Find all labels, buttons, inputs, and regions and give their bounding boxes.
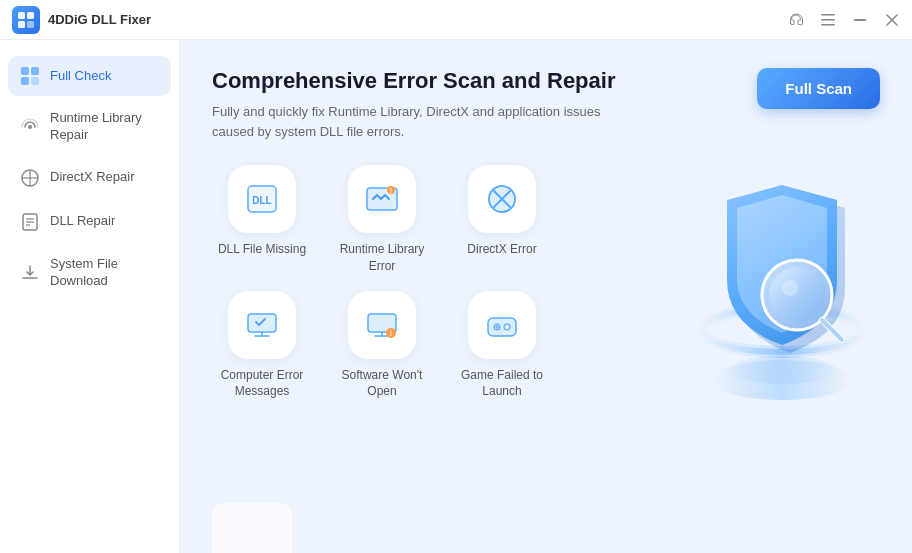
sidebar-item-directx-repair[interactable]: DirectX Repair [8,158,171,198]
sidebar-full-check-label: Full Check [50,68,111,85]
icon-item-game-failed[interactable]: Game Failed to Launch [452,291,552,401]
icon-item-runtime-library[interactable]: ! Runtime Library Error [332,165,432,275]
sidebar-item-full-check[interactable]: Full Check [8,56,171,96]
sidebar-directx-label: DirectX Repair [50,169,135,186]
svg-rect-1 [27,12,34,19]
computer-error-label: Computer Error Messages [212,367,312,401]
svg-rect-11 [31,67,39,75]
svg-rect-6 [821,24,835,26]
full-check-icon [20,66,40,86]
runtime-library-circle: ! [348,165,416,233]
app-logo [12,6,40,34]
svg-rect-0 [18,12,25,19]
svg-point-14 [28,125,32,129]
svg-rect-7 [854,19,866,21]
main-layout: Full Check Runtime Library Repair Di [0,40,912,553]
directx-label: DirectX Error [467,241,536,258]
svg-rect-5 [821,19,835,21]
minimize-icon[interactable] [852,12,868,28]
shield-illustration [672,120,892,440]
runtime-library-label: Runtime Library Error [332,241,432,275]
headphones-icon[interactable] [788,12,804,28]
game-failed-label: Game Failed to Launch [452,367,552,401]
svg-rect-4 [821,14,835,16]
svg-text:!: ! [390,187,392,194]
menu-icon[interactable] [820,12,836,28]
dll-repair-icon [20,212,40,232]
svg-rect-40 [488,318,516,336]
dll-missing-label: DLL File Missing [218,241,306,258]
directx-circle [468,165,536,233]
sidebar-dll-repair-label: DLL Repair [50,213,115,230]
page-title: Comprehensive Error Scan and Repair [212,68,632,94]
icon-item-directx[interactable]: DirectX Error [452,165,552,275]
sidebar-item-runtime-library-repair[interactable]: Runtime Library Repair [8,100,171,154]
svg-rect-3 [27,21,34,28]
sidebar-item-system-file-download[interactable]: System File Download [8,246,171,300]
svg-text:DLL: DLL [252,195,271,206]
full-scan-button[interactable]: Full Scan [757,68,880,109]
titlebar-controls [788,12,900,28]
svg-point-50 [769,267,825,323]
dll-missing-circle: DLL [228,165,296,233]
titlebar-left: 4DDiG DLL Fixer [12,6,151,34]
close-icon[interactable] [884,12,900,28]
header-text: Comprehensive Error Scan and Repair Full… [212,68,632,141]
sidebar-item-dll-repair[interactable]: DLL Repair [8,202,171,242]
svg-point-46 [727,356,837,384]
page-description: Fully and quickly fix Runtime Library, D… [212,102,632,141]
sidebar-runtime-label: Runtime Library Repair [50,110,159,144]
app-title: 4DDiG DLL Fixer [48,12,151,27]
svg-rect-10 [21,67,29,75]
titlebar: 4DDiG DLL Fixer [0,0,912,40]
sidebar-system-file-label: System File Download [50,256,159,290]
svg-text:!: ! [390,330,392,337]
computer-error-circle [228,291,296,359]
svg-point-53 [782,280,798,296]
svg-rect-12 [21,77,29,85]
icon-item-computer-error[interactable]: Computer Error Messages [212,291,312,401]
content-area: Comprehensive Error Scan and Repair Full… [180,40,912,553]
runtime-library-icon [20,117,40,137]
partial-card [212,503,292,553]
directx-icon [20,168,40,188]
icon-item-software-wont-open[interactable]: ! Software Won't Open [332,291,432,401]
game-failed-circle [468,291,536,359]
software-wont-open-label: Software Won't Open [332,367,432,401]
software-wont-open-circle: ! [348,291,416,359]
system-file-download-icon [20,263,40,283]
svg-rect-2 [18,21,25,28]
icon-item-dll-missing[interactable]: DLL DLL File Missing [212,165,312,275]
svg-rect-13 [31,77,39,85]
sidebar: Full Check Runtime Library Repair Di [0,40,180,553]
